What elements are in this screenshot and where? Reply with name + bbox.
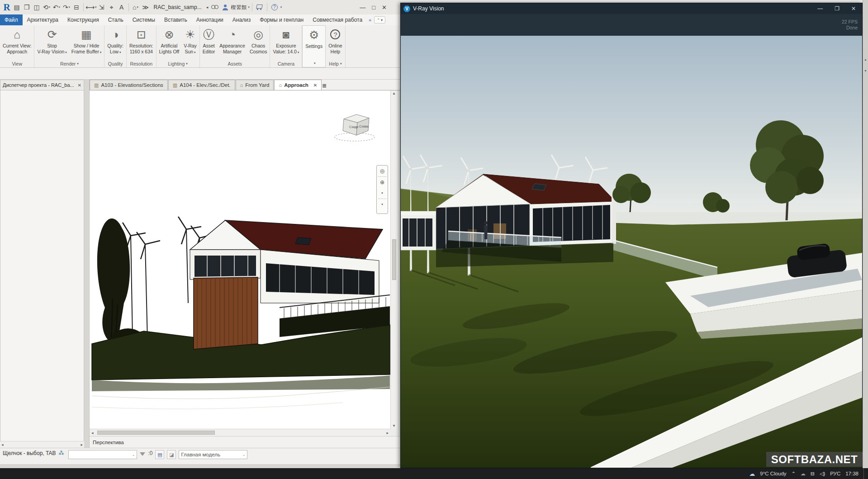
current-view-button[interactable]: ⌂Current View:Approach	[1, 26, 33, 55]
close-icon[interactable]: ✕	[313, 83, 317, 88]
scroll-up-icon[interactable]: ▲	[863, 58, 868, 61]
project-browser-header[interactable]: Диспетчер проекта - RAC_ba... ✕	[0, 80, 84, 90]
viewcube-face-label[interactable]: Слева	[359, 125, 369, 128]
view-tab-menu-icon[interactable]: ≡	[322, 82, 326, 90]
user-dropdown-arrow[interactable]: ▾	[248, 5, 250, 9]
scroll-up-icon[interactable]: ▲	[392, 91, 396, 95]
ribbon-collapse-button[interactable]: ⌃ ▾	[374, 16, 385, 24]
vray-maximize-button[interactable]: ❐	[835, 5, 840, 12]
project-browser-tree[interactable]	[0, 90, 84, 441]
tag-icon[interactable]: ⌖	[107, 2, 117, 13]
undo-icon[interactable]: ↶▾	[52, 2, 62, 13]
exclude-options-button[interactable]: ◪	[167, 450, 176, 459]
clock[interactable]: 17:38	[845, 471, 859, 476]
appearance-manager-button[interactable]: ◔AppearanceManager	[218, 26, 247, 55]
store-cart-icon[interactable]	[255, 2, 265, 13]
navigation-wheel-icon[interactable]: ◎	[377, 166, 388, 176]
exposure-value-button[interactable]: ◙ExposureValue: 14.0 ▾	[271, 26, 301, 55]
properties-icon[interactable]: ▤	[12, 2, 22, 13]
revit-close-button[interactable]: ✕	[382, 4, 387, 11]
zoom-dropdown-arrow[interactable]: ▾	[377, 188, 388, 199]
panel-splitter[interactable]	[84, 80, 90, 448]
menu-tab-2[interactable]: Конструкция	[63, 14, 104, 25]
vertical-scrollbar[interactable]: ▲ ▼	[390, 90, 397, 429]
help-icon[interactable]: ?	[270, 2, 280, 13]
vray-minimize-button[interactable]: —	[817, 5, 823, 12]
menu-tab-1[interactable]: Архитектура	[23, 14, 63, 25]
worksharing-icon[interactable]: ⁂	[58, 450, 64, 456]
default-3d-view-icon[interactable]: ⌂▾	[131, 2, 141, 13]
quality-button[interactable]: ◑Quality:Low ▾	[105, 26, 125, 55]
scroll-right-icon[interactable]: ▸	[386, 431, 389, 435]
editable-only-button[interactable]: ▤	[155, 450, 164, 459]
chaos-cosmos-button[interactable]: ◎ChaosCosmos	[248, 26, 269, 55]
view-tab-2[interactable]: ⌂From Yard	[236, 80, 274, 90]
active-workset-combo[interactable]: Главная модель⌄	[179, 450, 247, 459]
close-icon[interactable]: ✕	[78, 83, 81, 88]
sync-icon[interactable]: ⟲▾	[42, 2, 52, 13]
view-scale-label[interactable]: Перспектива	[93, 440, 124, 445]
redo-icon[interactable]: ↷▾	[62, 2, 71, 13]
background-scrollbar-sliver[interactable]: ▲ ▼	[863, 0, 868, 468]
browser-horizontal-scrollbar[interactable]: ◂ ▸	[0, 441, 84, 448]
asset-editor-button[interactable]: ⓋAssetEditor	[201, 26, 217, 55]
scroll-thumb[interactable]	[392, 239, 396, 280]
revit-minimize-button[interactable]: —	[360, 4, 365, 11]
menu-tab-9[interactable]: Совместная работа	[308, 14, 367, 25]
weather-icon[interactable]: ☁	[749, 470, 755, 477]
artificial-lights-button[interactable]: ⊗ArtificialLights Off	[157, 26, 181, 55]
scroll-left-icon[interactable]: ◂	[91, 431, 94, 435]
navigation-bar[interactable]: ◎ ⊕ ▾ ▾	[376, 165, 388, 214]
view-tab-1[interactable]: ▥A104 - Elev./Sec./Det.	[168, 80, 235, 90]
scroll-thumb[interactable]	[97, 431, 215, 435]
forward-icon[interactable]: ≫	[141, 2, 151, 13]
menu-tab-7[interactable]: Анализ	[228, 14, 256, 25]
menu-tab-5[interactable]: Вставить	[160, 14, 192, 25]
scroll-right-icon[interactable]: ▸	[81, 442, 83, 447]
search-icon[interactable]	[210, 2, 220, 13]
onedrive-icon[interactable]: ☁	[801, 471, 806, 477]
view-tab-0[interactable]: ▥A103 - Elevations/Sections	[90, 80, 168, 90]
show-hide-frame-buffer-button[interactable]: ▦Show / HideFrame Buffer ▾	[70, 26, 104, 55]
weather-label[interactable]: 9°C Cloudy	[760, 471, 786, 476]
doc-history-arrow[interactable]: ◂	[206, 5, 209, 9]
navbar-more-arrow[interactable]: ▾	[377, 199, 388, 210]
revit-maximize-button[interactable]: □	[372, 4, 375, 11]
vray-sun-button[interactable]: ☀V-RaySun ▾	[182, 26, 199, 55]
open-icon[interactable]: ❒	[22, 2, 32, 13]
panel-caret-icon[interactable]: ▾	[340, 62, 342, 66]
menu-tab-file[interactable]: Файл	[0, 14, 23, 25]
help-dropdown-arrow[interactable]: ▾	[280, 5, 282, 9]
panel-caret-icon[interactable]: ▾	[314, 62, 316, 65]
viewcube-face-label[interactable]: Сзади	[349, 125, 358, 129]
vray-close-button[interactable]: ✕	[851, 5, 856, 12]
scroll-down-icon[interactable]: ▼	[392, 424, 396, 428]
stop-vray-vision-button[interactable]: ⟳StopV-Ray Vision ▾	[35, 26, 68, 55]
print-icon[interactable]: ⊟	[71, 2, 81, 13]
panel-caret-icon[interactable]: ▾	[77, 62, 79, 66]
measure-icon[interactable]: ⟷▾	[85, 2, 97, 13]
design-option-combo[interactable]: ⌄	[68, 450, 137, 459]
menu-tab-3[interactable]: Сталь	[104, 14, 128, 25]
viewcube[interactable]: Сзади Слева	[333, 111, 376, 143]
settings-button[interactable]: ⚙Settings	[304, 26, 324, 55]
aligned-dimension-icon[interactable]: ⇲	[97, 2, 107, 13]
zoom-icon[interactable]: ⊕	[377, 177, 388, 188]
menu-overflow-icon[interactable]: »	[367, 14, 373, 25]
view-tab-3[interactable]: ⌂Approach✕	[274, 80, 322, 90]
horizontal-scrollbar[interactable]: ◂ ▸	[90, 429, 390, 436]
tray-chevron-icon[interactable]: ⌃	[792, 471, 796, 477]
filter-icon[interactable]	[140, 452, 145, 456]
scroll-down-icon[interactable]: ▼	[863, 69, 868, 72]
vray-viewport[interactable]	[401, 36, 862, 468]
revit-logo[interactable]: R	[2, 2, 12, 13]
volume-icon[interactable]: ◁)	[820, 471, 825, 477]
resolution-button[interactable]: ⊡Resolution:1160 x 634	[128, 26, 155, 55]
show-desktop-button[interactable]	[863, 468, 865, 479]
user-account-icon[interactable]	[220, 2, 230, 13]
vray-title-bar[interactable]: V V-Ray Vision — ❐ ✕	[401, 3, 862, 14]
menu-tab-8[interactable]: Формы и генплан	[255, 14, 308, 25]
network-icon[interactable]: ⊟	[811, 471, 815, 477]
scroll-left-icon[interactable]: ◂	[1, 442, 4, 447]
menu-tab-4[interactable]: Системы	[128, 14, 160, 25]
